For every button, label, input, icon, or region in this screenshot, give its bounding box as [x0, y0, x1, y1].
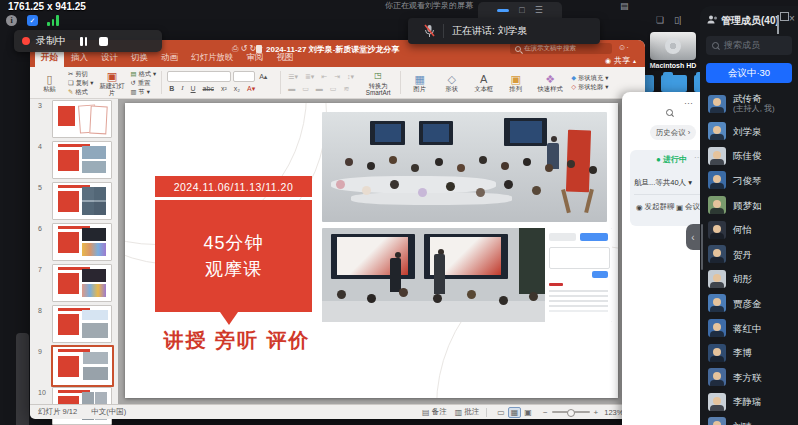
- font-color-button[interactable]: A▾: [245, 83, 257, 94]
- member-row[interactable]: 贾彦金: [700, 291, 798, 316]
- member-row[interactable]: 李静瑞: [700, 390, 798, 415]
- member-row[interactable]: 顾梦如: [700, 193, 798, 218]
- tab-animations[interactable]: 动画: [155, 50, 184, 67]
- new-slide-button[interactable]: ▣新建幻灯片: [98, 69, 125, 96]
- zoom-out-button[interactable]: −: [543, 408, 548, 417]
- cut-button[interactable]: ✂剪切: [68, 70, 93, 78]
- normal-view-button[interactable]: ▭: [494, 407, 508, 418]
- slide-thumbnail-9-selected[interactable]: [51, 345, 114, 387]
- slide-thumbnail-3[interactable]: [52, 100, 112, 138]
- member-row[interactable]: 刁俊琴: [700, 168, 798, 193]
- superscript-button[interactable]: x²: [219, 83, 229, 94]
- reset-button[interactable]: ↺重置: [130, 79, 156, 87]
- member-row[interactable]: 胡彤: [700, 267, 798, 292]
- paste-button[interactable]: ▯粘贴: [36, 69, 63, 96]
- info-icon[interactable]: i: [6, 15, 17, 26]
- font-size-select[interactable]: [233, 71, 255, 82]
- slide-thumbnail-5[interactable]: [52, 182, 112, 220]
- strikethrough-button[interactable]: abc: [201, 83, 216, 94]
- quick-styles-button[interactable]: ❖快速样式: [534, 69, 566, 96]
- zoom-slider[interactable]: [552, 411, 590, 413]
- copy-button[interactable]: ❏复制 ▾: [68, 79, 93, 87]
- italic-button[interactable]: I: [179, 83, 185, 94]
- expand-icon[interactable]: ▤: [620, 2, 629, 11]
- mic-muted-icon: [424, 24, 435, 38]
- grow-font-button[interactable]: A▴: [257, 71, 269, 82]
- zoom-level[interactable]: 123%: [604, 408, 623, 417]
- picture-button[interactable]: ▦图片: [406, 69, 433, 96]
- attendee-summary[interactable]: 航旦...等共40人 ▾: [634, 178, 692, 188]
- underline-button[interactable]: U: [189, 83, 198, 94]
- popout-icon[interactable]: [777, 15, 779, 34]
- more-icon[interactable]: ···: [684, 98, 693, 108]
- thumbnail-number: 3: [38, 102, 42, 109]
- tab-slideshow[interactable]: 幻灯片放映: [185, 50, 240, 67]
- member-row[interactable]: 陈佳俊: [700, 144, 798, 169]
- smartart-button[interactable]: ◳转换为SmartArt: [361, 69, 395, 96]
- member-row-host[interactable]: 武传奇 (主持人, 我): [700, 88, 798, 119]
- slide-thumbnail-6[interactable]: [52, 223, 112, 261]
- history-meetings-link[interactable]: 历史会议 ›: [650, 125, 696, 140]
- member-row[interactable]: 李博: [700, 340, 798, 365]
- reading-view-button[interactable]: ▣: [521, 407, 535, 418]
- member-row[interactable]: 蒋红中: [700, 316, 798, 341]
- smiley-icon[interactable]: ☺·: [618, 43, 629, 52]
- meeting-card[interactable]: ● 进行中 ··· 航旦...等共40人 ▾ ◉ 发起群聊 ▣ 会议纪要: [630, 150, 710, 226]
- font-name-select[interactable]: [167, 71, 231, 82]
- language-indicator[interactable]: 中文(中国): [91, 407, 126, 417]
- member-row[interactable]: 何怡: [700, 217, 798, 242]
- shape-outline-button[interactable]: ◇形状轮廓 ▾: [571, 83, 608, 91]
- member-row[interactable]: 贺丹: [700, 242, 798, 267]
- subscript-button[interactable]: x₂: [232, 83, 242, 94]
- zoom-in-button[interactable]: +: [594, 408, 599, 417]
- comments-button[interactable]: 批注: [464, 407, 479, 417]
- member-search-input[interactable]: 搜索成员: [706, 36, 792, 55]
- presentation-search-input[interactable]: 在演示文稿中搜索: [510, 43, 612, 54]
- list-icon[interactable]: ☰: [535, 6, 543, 15]
- start-group-chat-button[interactable]: ◉ 发起群聊: [636, 202, 675, 212]
- bold-button[interactable]: B: [167, 83, 176, 94]
- layout-format-button[interactable]: ▤格式 ▾: [130, 70, 156, 78]
- current-slide[interactable]: 2024.11.06/11.13/11.20 45分钟 观摩课 讲授 旁听 评价: [125, 103, 618, 398]
- macintosh-hd-icon[interactable]: [650, 32, 696, 60]
- panel-collapse-handle[interactable]: ‹: [686, 224, 700, 250]
- arrange-button[interactable]: ▣排列: [502, 69, 529, 96]
- slide-sorter-view-button[interactable]: ▦: [508, 407, 522, 418]
- pause-recording-button[interactable]: [80, 37, 87, 46]
- in-meeting-filter-button[interactable]: 会议中·30: [706, 63, 792, 83]
- member-row[interactable]: 刘晴: [700, 414, 798, 425]
- fullscreen-icon[interactable]: ❏: [656, 16, 664, 25]
- sidebar-toggle-icon[interactable]: ▯|: [674, 16, 681, 25]
- close-icon[interactable]: ×: [789, 14, 795, 24]
- shape-fill-button[interactable]: ◆形状填充 ▾: [571, 74, 608, 82]
- tab-insert[interactable]: 插入: [65, 50, 94, 67]
- search-icon[interactable]: [666, 109, 673, 116]
- textbox-button[interactable]: A文本框: [470, 69, 497, 96]
- tab-home[interactable]: 开始: [35, 50, 64, 67]
- member-row[interactable]: 李方联: [700, 365, 798, 390]
- shapes-button[interactable]: ◇形状: [438, 69, 465, 96]
- tab-design[interactable]: 设计: [95, 50, 124, 67]
- panel-scrollbar[interactable]: [701, 224, 704, 270]
- member-name: 李方联: [733, 372, 762, 383]
- tab-view[interactable]: 视图: [271, 50, 300, 67]
- window-icon[interactable]: □: [519, 6, 524, 15]
- format-painter-button[interactable]: ✎格式: [68, 88, 93, 96]
- section-button[interactable]: ▥节 ▾: [130, 88, 156, 96]
- tab-review[interactable]: 审阅: [241, 50, 270, 67]
- members-icon: [707, 15, 718, 24]
- slide-thumbnail-4[interactable]: [52, 141, 112, 179]
- in-progress-badge: ● 进行中: [656, 154, 687, 165]
- stop-recording-button[interactable]: [99, 37, 108, 46]
- notes-button[interactable]: 备注: [432, 407, 447, 417]
- shield-icon[interactable]: ✓: [27, 15, 38, 26]
- tab-transitions[interactable]: 切换: [125, 50, 154, 67]
- member-row[interactable]: 刘学泉: [700, 119, 798, 144]
- slide-thumbnail-8[interactable]: [52, 305, 112, 343]
- folder-icon[interactable]: [661, 75, 687, 92]
- minimize-icon[interactable]: [497, 9, 509, 12]
- member-name: 陈佳俊: [733, 150, 762, 161]
- share-button[interactable]: ◉共享▴: [605, 55, 636, 66]
- thumbnail-number: 7: [38, 266, 42, 273]
- slide-thumbnail-7[interactable]: [52, 264, 112, 302]
